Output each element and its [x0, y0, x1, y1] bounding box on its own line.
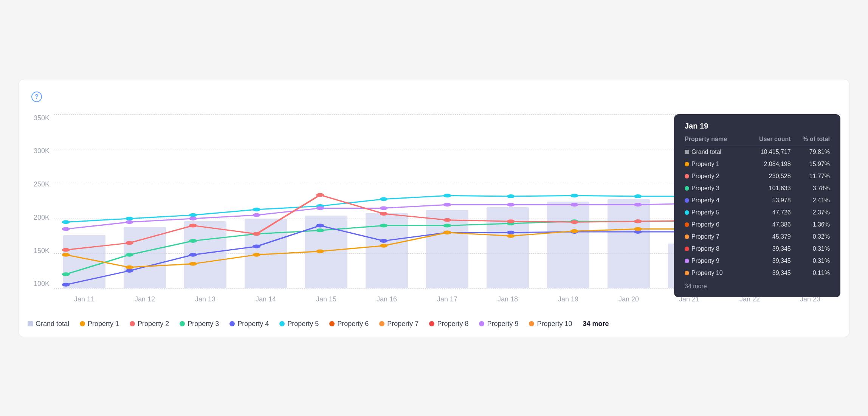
chart-dot — [189, 224, 197, 227]
x-axis-label: Jan 17 — [437, 295, 457, 303]
chart-dot — [62, 253, 70, 256]
chart-dot — [507, 234, 515, 238]
tooltip-row-count: 101,633 — [746, 182, 791, 194]
chart-dot — [380, 212, 388, 216]
legend-item: Property 3 — [180, 320, 219, 328]
y-axis-label: 300K — [34, 147, 50, 155]
chart-area: 350K300K250K200K150K100K Jan 11Jan 12Jan… — [28, 114, 840, 311]
chart-dot — [380, 206, 388, 210]
chart-dot — [507, 230, 515, 234]
x-axis-label: Jan 19 — [558, 295, 578, 303]
chart-dot — [380, 224, 388, 227]
chart-dot — [253, 213, 260, 217]
tooltip-row-name: Property 6 — [685, 219, 746, 231]
chart-dot — [507, 219, 515, 223]
tooltip-row-count: 230,528 — [746, 170, 791, 182]
legend-label: Property 5 — [287, 320, 319, 328]
chart-dot — [443, 203, 451, 206]
chart-dot — [634, 227, 642, 231]
legend-dot — [479, 321, 484, 326]
legend-item: Property 8 — [429, 320, 468, 328]
chart-dot — [189, 217, 197, 220]
legend-more[interactable]: 34 more — [583, 320, 609, 328]
chart-dot — [126, 241, 133, 245]
legend-label: Property 10 — [537, 320, 572, 328]
chart-dot — [380, 244, 388, 247]
chart-dot — [316, 224, 324, 227]
tooltip-row-icon — [685, 247, 689, 251]
tooltip-row-count: 47,726 — [746, 206, 791, 219]
chart-dot — [570, 229, 578, 233]
legend-dot — [229, 321, 235, 326]
help-icon[interactable]: ? — [31, 92, 42, 102]
x-axis-label: Jan 14 — [256, 295, 276, 303]
tooltip-row: Property 5 47,726 2.37% — [685, 206, 830, 219]
chart-dot — [443, 194, 451, 197]
tooltip-row-count: 47,386 — [746, 219, 791, 231]
chart-dot — [316, 249, 324, 253]
tooltip-row-name: Property 8 — [685, 243, 746, 255]
tooltip-row-name: Property 1 — [685, 158, 746, 170]
tooltip-row: Property 6 47,386 1.36% — [685, 219, 830, 231]
legend-item: Property 2 — [130, 320, 169, 328]
legend-item: Property 1 — [80, 320, 119, 328]
chart-dot — [126, 269, 133, 273]
chart-dot — [507, 203, 515, 206]
chart-dot — [570, 203, 578, 206]
legend-dot — [130, 321, 135, 326]
tooltip-col-usercount: User count — [746, 136, 791, 146]
chart-dot — [443, 230, 451, 234]
tooltip-row-name: Property 4 — [685, 194, 746, 206]
legend-item: Grand total — [28, 320, 69, 328]
tooltip-row-pct: 3.78% — [791, 182, 830, 194]
tooltip-row: Property 3 101,633 3.78% — [685, 182, 830, 194]
tooltip-row-pct: 0.31% — [791, 243, 830, 255]
legend-label: Property 3 — [188, 320, 219, 328]
tooltip-row-count: 2,084,198 — [746, 158, 791, 170]
chart-dot — [253, 232, 260, 236]
x-axis-label: Jan 15 — [316, 295, 336, 303]
legend-dot — [279, 321, 285, 326]
chart-dot — [62, 220, 70, 224]
chart-card: ? 350K300K250K200K150K100K Jan 11Jan 12J… — [18, 79, 850, 337]
tooltip-row-icon — [685, 259, 689, 263]
y-axis-label: 100K — [34, 280, 50, 288]
tooltip-row-icon — [685, 198, 689, 203]
tooltip-row: Property 9 39,345 0.31% — [685, 255, 830, 267]
legend-label: Property 7 — [387, 320, 418, 328]
legend-item: Property 4 — [229, 320, 269, 328]
tooltip-row-pct: 79.81% — [791, 146, 830, 158]
legend-dot-square — [28, 321, 33, 326]
tooltip-row-name: Property 9 — [685, 255, 746, 267]
chart-dot — [189, 262, 197, 265]
chart-dot — [189, 253, 197, 256]
tooltip-col-property: Property name — [685, 136, 746, 146]
legend-dot — [429, 321, 434, 326]
legend-dot — [80, 321, 85, 326]
legend-label: Grand total — [36, 320, 69, 328]
tooltip-row-name: Property 10 — [685, 267, 746, 279]
tooltip-row-count: 53,978 — [746, 194, 791, 206]
tooltip-table: Property name User count % of total Gran… — [685, 136, 830, 279]
x-axis-label: Jan 16 — [377, 295, 397, 303]
chart-dot — [62, 283, 70, 286]
y-axis-label: 350K — [34, 114, 50, 122]
chart-dot — [62, 227, 70, 231]
tooltip-row-count: 39,345 — [746, 243, 791, 255]
legend-dot — [329, 321, 335, 326]
legend-label: Property 8 — [437, 320, 468, 328]
x-axis-label: Jan 11 — [74, 295, 95, 303]
tooltip-row-icon — [685, 222, 689, 227]
chart-dot — [316, 193, 324, 197]
tooltip: Jan 19 Property name User count % of tot… — [674, 114, 840, 297]
legend-item: Property 5 — [279, 320, 319, 328]
chart-dot — [570, 220, 578, 224]
tooltip-row-pct: 0.32% — [791, 231, 830, 243]
tooltip-date: Jan 19 — [685, 122, 830, 130]
tooltip-row-icon — [685, 150, 689, 154]
tooltip-row-count: 10,415,717 — [746, 146, 791, 158]
legend-dot — [180, 321, 185, 326]
chart-title-row: ? — [28, 92, 840, 102]
tooltip-row-name: Property 7 — [685, 231, 746, 243]
legend-label: Property 1 — [88, 320, 119, 328]
